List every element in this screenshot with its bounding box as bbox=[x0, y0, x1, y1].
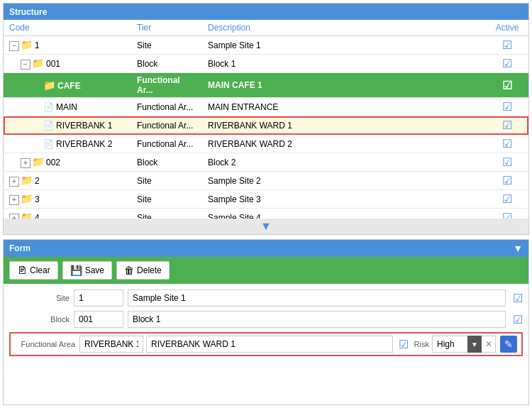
site-desc-input[interactable] bbox=[128, 290, 506, 307]
row-code-cell: 📄MAIN bbox=[4, 98, 131, 116]
table-row[interactable]: +📁002BlockBlock 2☑ bbox=[4, 153, 528, 172]
row-description-cell: Sample Site 2 bbox=[202, 172, 486, 190]
save-label: Save bbox=[85, 265, 104, 275]
functional-area-label: Functional Area bbox=[15, 340, 75, 348]
site-label: Site bbox=[9, 294, 70, 302]
row-active-cell[interactable]: ☑ bbox=[486, 153, 528, 172]
row-tier-cell: Block bbox=[131, 55, 202, 73]
document-icon: 📄 bbox=[43, 139, 54, 149]
row-tier-cell: Site bbox=[131, 36, 202, 55]
expand-plus-button[interactable]: + bbox=[9, 195, 19, 205]
row-tier-cell: Site bbox=[131, 190, 202, 209]
table-row[interactable]: 📄RIVERBANK 2Functional Ar...RIVERBANK WA… bbox=[4, 135, 528, 153]
functional-area-row: Functional Area ☑ Risk ▼ ✕ ✎ bbox=[9, 332, 523, 356]
fa-active-checkbox[interactable]: ☑ bbox=[399, 338, 409, 351]
row-code-text: 2 bbox=[35, 176, 40, 186]
fa-code-input[interactable] bbox=[79, 336, 143, 353]
structure-table-container[interactable]: Code Tier Description Active −📁1SiteSamp… bbox=[4, 20, 528, 219]
row-code-text: MAIN bbox=[56, 102, 77, 112]
document-icon: 📄 bbox=[43, 121, 54, 131]
folder-icon: 📁 bbox=[21, 175, 33, 186]
block-code-input[interactable] bbox=[74, 311, 123, 328]
table-row[interactable]: −📁1SiteSample Site 1☑ bbox=[4, 36, 528, 55]
clear-icon: 🖹 bbox=[17, 265, 27, 276]
table-row[interactable]: +📁4SiteSample Site 4☑ bbox=[4, 209, 528, 219]
block-label: Block bbox=[9, 315, 70, 324]
expand-plus-button[interactable]: + bbox=[21, 158, 31, 168]
active-checkbox[interactable]: ☑ bbox=[502, 138, 512, 150]
expand-plus-button[interactable]: + bbox=[9, 214, 19, 219]
active-checkbox[interactable]: ☑ bbox=[502, 156, 512, 168]
row-active-cell[interactable]: ☑ bbox=[486, 135, 528, 153]
form-toolbar: 🖹 Clear 💾 Save 🗑 Delete bbox=[4, 257, 528, 284]
delete-button[interactable]: 🗑 Delete bbox=[116, 261, 170, 280]
form-collapse-icon[interactable]: ▼ bbox=[513, 243, 523, 254]
save-button[interactable]: 💾 Save bbox=[62, 261, 112, 280]
row-code-cell: +📁002 bbox=[4, 153, 131, 172]
row-active-cell[interactable]: ☑ bbox=[486, 55, 528, 73]
row-active-cell[interactable]: ☑ bbox=[486, 98, 528, 116]
row-tier-cell: Functional Ar... bbox=[131, 135, 202, 153]
active-checkbox[interactable]: ☑ bbox=[502, 193, 512, 205]
site-code-input[interactable] bbox=[74, 290, 123, 307]
table-row[interactable]: +📁2SiteSample Site 2☑ bbox=[4, 172, 528, 190]
expand-minus-button[interactable]: − bbox=[21, 60, 31, 70]
expand-plus-button[interactable]: + bbox=[9, 177, 19, 187]
row-active-cell[interactable]: ☑ bbox=[486, 209, 528, 219]
active-checkbox[interactable]: ☑ bbox=[502, 57, 512, 70]
row-tier-cell: Block bbox=[131, 153, 202, 172]
row-description-cell: RIVERBANK WARD 2 bbox=[202, 135, 486, 153]
active-checkbox[interactable]: ☑ bbox=[502, 211, 512, 219]
form-header: Form ▼ bbox=[4, 240, 528, 257]
risk-dropdown-button[interactable]: ▼ bbox=[467, 336, 482, 353]
active-checkbox[interactable]: ☑ bbox=[502, 119, 512, 131]
clear-button[interactable]: 🖹 Clear bbox=[9, 261, 58, 280]
active-checkbox[interactable]: ☑ bbox=[502, 175, 512, 187]
site-row: Site ☑ bbox=[9, 290, 523, 307]
structure-title: Structure bbox=[9, 7, 47, 17]
structure-table: Code Tier Description Active −📁1SiteSamp… bbox=[4, 20, 528, 219]
risk-label: Risk bbox=[414, 340, 429, 348]
active-checkbox[interactable]: ☑ bbox=[502, 79, 512, 92]
col-code: Code bbox=[4, 20, 131, 36]
site-active-checkbox[interactable]: ☑ bbox=[513, 292, 523, 305]
row-description-cell: MAIN ENTRANCE bbox=[202, 98, 486, 116]
col-tier: Tier bbox=[131, 20, 202, 36]
folder-icon: 📁 bbox=[21, 39, 33, 50]
risk-edit-button[interactable]: ✎ bbox=[500, 336, 517, 353]
block-desc-input[interactable] bbox=[128, 311, 506, 328]
risk-input-group: ▼ ✕ bbox=[432, 336, 496, 353]
active-checkbox[interactable]: ☑ bbox=[502, 39, 512, 51]
row-code-cell: 📄RIVERBANK 1 bbox=[4, 116, 131, 135]
table-row[interactable]: 📄MAINFunctional Ar...MAIN ENTRANCE☑ bbox=[4, 98, 528, 116]
row-active-cell[interactable]: ☑ bbox=[486, 190, 528, 209]
row-code-text: 1 bbox=[35, 40, 40, 50]
expand-minus-button[interactable]: − bbox=[9, 41, 19, 51]
row-code-cell: +📁3 bbox=[4, 190, 131, 209]
scroll-down-arrow[interactable]: ▼ bbox=[4, 219, 528, 234]
table-row[interactable]: −📁001BlockBlock 1☑ bbox=[4, 55, 528, 73]
row-tier-cell: Site bbox=[131, 209, 202, 219]
table-row[interactable]: +📁3SiteSample Site 3☑ bbox=[4, 190, 528, 209]
row-tier-cell: Functional Ar... bbox=[131, 116, 202, 135]
fa-desc-input[interactable] bbox=[146, 336, 393, 353]
row-code-cell: −📁001 bbox=[4, 55, 131, 73]
risk-value-input[interactable] bbox=[432, 336, 467, 353]
table-row[interactable]: 📄RIVERBANK 1Functional Ar...RIVERBANK WA… bbox=[4, 116, 528, 135]
row-code-text: 002 bbox=[46, 158, 60, 167]
risk-clear-button[interactable]: ✕ bbox=[482, 336, 496, 353]
folder-icon: 📁 bbox=[21, 211, 33, 219]
row-active-cell[interactable]: ☑ bbox=[486, 116, 528, 135]
row-active-cell[interactable]: ☑ bbox=[486, 172, 528, 190]
block-active-checkbox[interactable]: ☑ bbox=[513, 313, 523, 326]
row-active-cell[interactable]: ☑ bbox=[486, 73, 528, 98]
table-row[interactable]: 📁CAFEFunctional Ar...MAIN CAFE 1☑ bbox=[4, 73, 528, 98]
row-description-cell: Sample Site 4 bbox=[202, 209, 486, 219]
row-description-cell: Block 1 bbox=[202, 55, 486, 73]
active-checkbox[interactable]: ☑ bbox=[502, 101, 512, 113]
row-tier-cell: Functional Ar... bbox=[131, 98, 202, 116]
row-code-cell: 📁CAFE bbox=[4, 73, 131, 98]
row-code-text: CAFE bbox=[57, 81, 81, 91]
clear-label: Clear bbox=[30, 265, 50, 275]
row-active-cell[interactable]: ☑ bbox=[486, 36, 528, 55]
